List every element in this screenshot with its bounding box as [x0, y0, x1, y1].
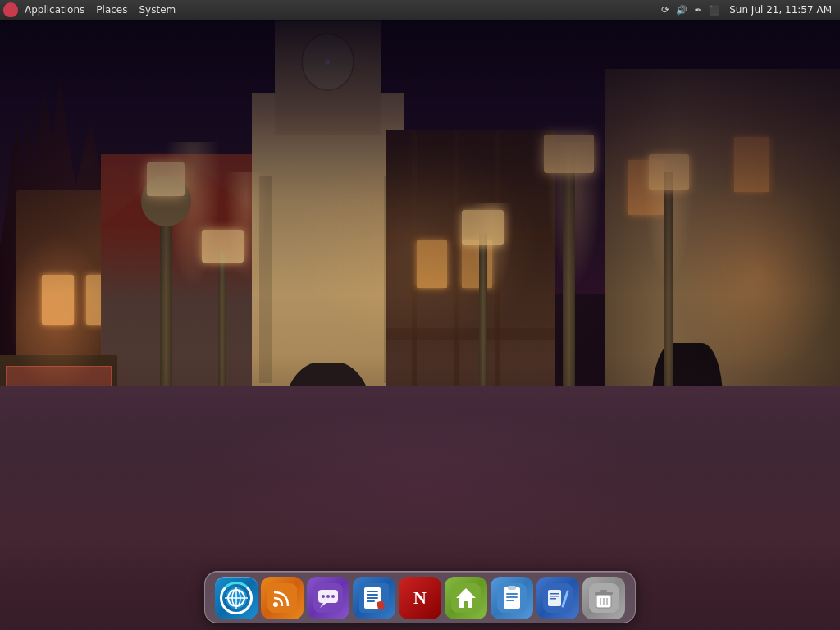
places-menu[interactable]: Places [91, 2, 132, 17]
dock-item-trash[interactable] [582, 577, 625, 619]
svg-point-12 [331, 595, 335, 598]
svg-rect-38 [600, 590, 607, 592]
dock-item-home[interactable] [445, 577, 487, 619]
svg-point-11 [326, 595, 330, 598]
svg-rect-26 [506, 596, 518, 598]
volume-icon[interactable]: 🔊 [675, 3, 688, 16]
svg-rect-5 [267, 583, 297, 613]
dock-item-browser[interactable] [215, 577, 258, 619]
trash-icon[interactable] [582, 577, 625, 619]
svg-point-4 [232, 590, 240, 606]
svg-point-0 [225, 587, 248, 609]
dock: N [204, 571, 636, 623]
gnome-logo[interactable] [3, 2, 18, 17]
system-menu[interactable]: System [134, 2, 180, 17]
chat-icon[interactable] [307, 577, 349, 619]
svg-rect-32 [550, 598, 556, 600]
rss-icon[interactable] [261, 577, 304, 619]
dock-item-rss[interactable] [261, 577, 304, 619]
clipboard-icon[interactable] [491, 577, 533, 619]
applications-menu[interactable]: Applications [20, 2, 89, 17]
svg-rect-30 [550, 593, 559, 595]
dock-item-clipboard[interactable] [491, 577, 533, 619]
svg-rect-25 [506, 593, 518, 595]
tasks-icon[interactable] [536, 577, 579, 619]
panel-left: Applications Places System [3, 2, 659, 17]
svg-rect-31 [550, 596, 559, 597]
svg-rect-37 [595, 592, 613, 595]
scene-overlay [0, 20, 840, 630]
dock-item-writer[interactable] [353, 577, 395, 619]
svg-rect-17 [367, 597, 378, 599]
svg-rect-18 [367, 600, 375, 602]
network-icon[interactable]: ⟳ [659, 3, 672, 16]
browser-icon[interactable] [215, 577, 258, 619]
svg-point-10 [322, 595, 325, 598]
panel-right: ⟳ 🔊 ✒ ⬛ Sun Jul 21, 11:57 AM [659, 2, 837, 17]
svg-point-1 [228, 590, 244, 606]
input-icon[interactable]: ✒ [692, 3, 705, 16]
svg-point-6 [273, 602, 278, 607]
svg-rect-27 [506, 600, 514, 601]
desktop: 🕙 [0, 20, 840, 630]
dock-item-tasks[interactable] [536, 577, 579, 619]
home-icon[interactable] [445, 577, 487, 619]
display-icon[interactable]: ⬛ [708, 3, 721, 16]
system-clock: Sun Jul 21, 11:57 AM [724, 2, 837, 17]
nvda-icon[interactable]: N [399, 577, 441, 619]
top-panel: Applications Places System ⟳ 🔊 ✒ ⬛ Sun J… [0, 0, 840, 20]
dock-item-nvda[interactable]: N [399, 577, 441, 619]
svg-rect-16 [367, 594, 378, 596]
svg-rect-15 [367, 591, 378, 592]
dock-item-chat[interactable] [307, 577, 349, 619]
writer-icon[interactable] [353, 577, 395, 619]
svg-rect-24 [508, 586, 516, 590]
